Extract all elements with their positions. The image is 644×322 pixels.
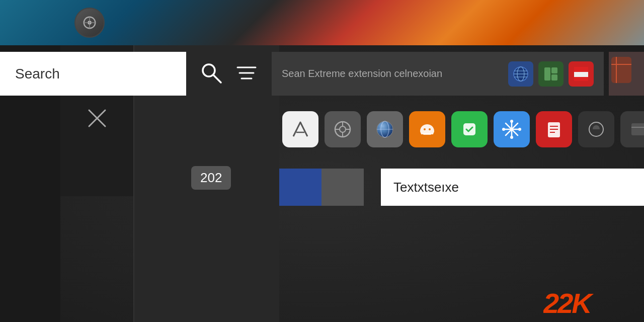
search-bar[interactable]: Search [0,52,186,96]
app-icon-xcode[interactable] [279,108,321,150]
close-x-icon[interactable] [85,106,110,131]
svg-rect-24 [574,67,588,72]
app-icon-zendesk[interactable] [321,108,364,150]
filter-icon-button[interactable] [234,58,259,88]
globe-ext-icon[interactable] [508,61,533,87]
extension-search-bar[interactable]: Sean Extreme extension celnexoian [272,52,604,96]
svg-rect-26 [574,77,588,81]
app-icon-mercury[interactable] [364,108,406,150]
svg-point-47 [510,120,513,123]
svg-line-12 [213,75,221,83]
app-icon-red[interactable] [533,108,575,150]
svg-rect-23 [551,74,557,80]
app-icons-row [279,108,644,150]
text-tooltip: Textxtseıxe [381,169,644,206]
svg-rect-27 [611,57,631,83]
extension-search-text: Sean Extreme extension celnexoian [282,68,508,79]
split-ext-icon[interactable] [538,61,564,87]
app-icon-screens[interactable] [406,108,448,150]
svg-point-41 [429,128,431,130]
svg-rect-25 [574,72,588,77]
extension-icons [508,61,594,87]
logo-2k: 22K [543,287,634,317]
flag-ext-icon[interactable] [569,61,594,87]
svg-point-50 [518,128,521,131]
search-icon-button[interactable] [196,58,226,88]
svg-point-49 [502,128,505,131]
color-box-blue [279,169,321,206]
ext-search-bar-right [609,52,644,96]
tooltip-text: Textxtseıxe [393,180,459,195]
svg-point-31 [340,126,346,132]
svg-point-48 [510,136,513,139]
search-label: Search [15,66,60,82]
svg-text:22K: 22K [543,287,594,317]
svg-rect-39 [423,133,431,135]
svg-rect-56 [631,123,644,135]
svg-rect-21 [544,67,550,80]
svg-rect-22 [551,67,557,73]
app-icon-dark2[interactable] [617,108,644,150]
app-icon-setapp[interactable] [448,108,491,150]
app-icon-perplexity[interactable] [491,108,533,150]
color-box-gray [321,169,364,206]
number-badge: 202 [191,166,231,190]
top-left-app-icon[interactable] [74,8,105,38]
svg-point-40 [424,128,426,130]
app-icon-dark1[interactable] [575,108,617,150]
